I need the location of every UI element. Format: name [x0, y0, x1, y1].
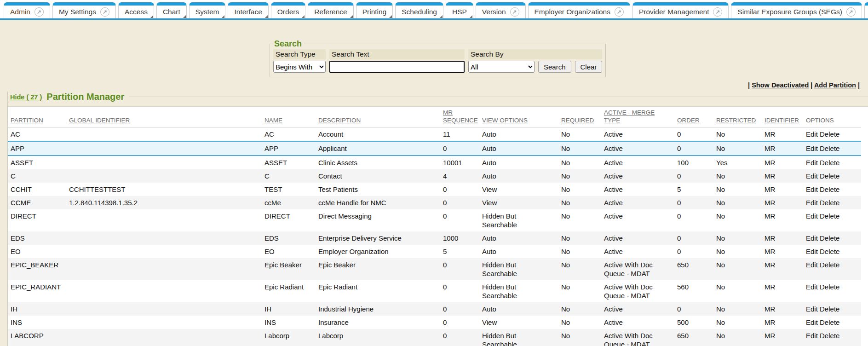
edit-link[interactable]: Edit: [806, 261, 818, 269]
sort-link-required[interactable]: REQUIRED: [561, 117, 594, 124]
column-header-description[interactable]: DESCRIPTION: [318, 107, 443, 127]
delete-link[interactable]: Delete: [820, 305, 839, 313]
edit-link[interactable]: Edit: [806, 159, 818, 167]
column-header-identifier[interactable]: IDENTIFIER: [765, 107, 806, 127]
tab-admin[interactable]: Admin ↗: [4, 2, 50, 18]
table-row-ins[interactable]: INSINSInsurance0ViewNoActive500NoMREdit …: [8, 316, 861, 329]
sort-link-order[interactable]: ORDER: [677, 117, 700, 124]
edit-link[interactable]: Edit: [806, 332, 818, 340]
sort-link-restricted[interactable]: RESTRICTED: [716, 117, 756, 124]
external-link-icon[interactable]: ↗: [713, 7, 722, 17]
table-row-asset[interactable]: ASSETASSETClinic Assets10001AutoNoActive…: [8, 156, 861, 169]
tab-orders[interactable]: Orders: [271, 2, 305, 18]
table-row-app[interactable]: APPAPPApplicant0AutoNoActive0NoMREdit De…: [8, 141, 861, 156]
column-header-required[interactable]: REQUIRED: [561, 107, 604, 127]
column-header-restricted[interactable]: RESTRICTED: [716, 107, 765, 127]
delete-link[interactable]: Delete: [820, 234, 839, 242]
external-link-icon[interactable]: ↗: [510, 7, 519, 17]
edit-link[interactable]: Edit: [806, 283, 818, 291]
search-button[interactable]: Search: [538, 61, 571, 73]
search-text-input[interactable]: [329, 61, 465, 73]
edit-link[interactable]: Edit: [806, 199, 818, 207]
delete-link[interactable]: Delete: [820, 212, 839, 220]
tab-label: System: [195, 8, 219, 16]
hide-toggle-link[interactable]: Hide ( 27 ): [10, 93, 42, 101]
delete-link[interactable]: Delete: [820, 332, 839, 340]
delete-link[interactable]: Delete: [820, 318, 839, 326]
table-row-labcorp[interactable]: LABCORPLabcorpLabcorp0Hidden But Searcha…: [8, 329, 861, 346]
sort-link-global-identifier[interactable]: GLOBAL IDENTIFIER: [69, 117, 130, 124]
edit-link[interactable]: Edit: [806, 212, 818, 220]
external-link-icon[interactable]: ↗: [34, 7, 44, 17]
sort-link-name[interactable]: NAME: [264, 117, 282, 124]
sort-link-view-options[interactable]: VIEW OPTIONS: [482, 117, 528, 124]
table-row-c[interactable]: CCContact4AutoNoActive0NoMREdit Delete: [8, 169, 861, 183]
cell-options: Edit Delete: [806, 141, 861, 156]
table-row-direct[interactable]: DIRECTDIRECTDirect Messaging0Hidden But …: [8, 209, 861, 231]
delete-link[interactable]: Delete: [820, 130, 839, 138]
show-deactivated-link[interactable]: Show Deactivated: [752, 81, 809, 89]
search-by-select[interactable]: All: [468, 61, 535, 73]
tab-similar-exposure-groups-segs[interactable]: Similar Exposure Groups (SEGs) ↗: [731, 2, 862, 18]
table-row-epic_radiant[interactable]: EPIC_RADIANTEpic RadiantEpic Radiant0Hid…: [8, 280, 861, 302]
edit-link[interactable]: Edit: [806, 185, 818, 193]
table-row-cchit[interactable]: CCHITCCHITTESTTESTTESTTest Patients0View…: [8, 183, 861, 196]
sort-link-mr-sequence[interactable]: MRSEQUENCE: [443, 109, 478, 124]
table-row-ccme[interactable]: CCME1.2.840.114398.1.35.2ccMeccMe Handle…: [8, 196, 861, 209]
column-header-view-options[interactable]: VIEW OPTIONS: [482, 107, 561, 127]
column-header-active-merge-type[interactable]: ACTIVE - MERGETYPE: [604, 107, 677, 127]
tab-employer-organizations[interactable]: Employer Organizations ↗: [528, 2, 630, 18]
search-type-select[interactable]: Begins With: [273, 61, 326, 73]
edit-link[interactable]: Edit: [806, 248, 818, 255]
column-header-name[interactable]: NAME: [264, 107, 318, 127]
delete-link[interactable]: Delete: [820, 159, 839, 167]
tab-work-locations[interactable]: Work Locations ↗: [864, 2, 868, 18]
table-row-eds[interactable]: EDSEDSEnterprise Delivery Service1000Aut…: [8, 231, 861, 245]
edit-link[interactable]: Edit: [806, 130, 818, 138]
table-row-epic_beaker[interactable]: EPIC_BEAKEREpic BeakerEpic Beaker0Hidden…: [8, 258, 861, 280]
column-header-order[interactable]: ORDER: [677, 107, 716, 127]
tab-chart[interactable]: Chart: [156, 2, 187, 18]
external-link-icon[interactable]: ↗: [615, 7, 624, 17]
delete-link[interactable]: Delete: [820, 261, 839, 269]
tab-reference[interactable]: Reference: [308, 2, 354, 18]
external-link-icon[interactable]: ↗: [100, 7, 109, 17]
cell-active-merge-type: Active: [604, 169, 677, 183]
delete-link[interactable]: Delete: [820, 172, 839, 180]
tab-hsp[interactable]: HSP: [446, 2, 473, 18]
tab-my-settings[interactable]: My Settings ↗: [52, 2, 116, 18]
cell-required: No: [561, 231, 604, 245]
edit-link[interactable]: Edit: [806, 305, 818, 313]
table-row-ac[interactable]: ACACAccount11AutoNoActive0NoMREdit Delet…: [8, 127, 861, 142]
edit-link[interactable]: Edit: [806, 234, 818, 242]
delete-link[interactable]: Delete: [820, 144, 839, 152]
tab-scheduling[interactable]: Scheduling: [395, 2, 443, 18]
table-row-ih[interactable]: IHIHIndustrial Hygiene0AutoNoActive0NoMR…: [8, 302, 861, 316]
column-header-global-identifier[interactable]: GLOBAL IDENTIFIER: [69, 107, 264, 127]
column-header-partition[interactable]: PARTITION: [8, 107, 69, 127]
tab-access[interactable]: Access: [118, 2, 154, 18]
cell-name: EO: [264, 245, 318, 258]
tab-interface[interactable]: Interface: [228, 2, 268, 18]
sort-link-active-merge-type[interactable]: ACTIVE - MERGETYPE: [604, 109, 655, 124]
sort-link-partition[interactable]: PARTITION: [11, 117, 43, 124]
table-row-eo[interactable]: EOEOEmployer Organization5AutoNoActive0N…: [8, 245, 861, 258]
add-partition-link[interactable]: Add Partition: [814, 81, 856, 89]
delete-link[interactable]: Delete: [820, 248, 839, 255]
delete-link[interactable]: Delete: [820, 199, 839, 207]
tab-version[interactable]: Version ↗: [476, 2, 526, 18]
edit-link[interactable]: Edit: [806, 318, 818, 326]
cell-view-options: Hidden But Searchable: [482, 258, 561, 280]
tab-provider-management[interactable]: Provider Management ↗: [632, 2, 729, 18]
delete-link[interactable]: Delete: [820, 283, 839, 291]
sort-link-identifier[interactable]: IDENTIFIER: [765, 117, 799, 124]
delete-link[interactable]: Delete: [820, 185, 839, 193]
edit-link[interactable]: Edit: [806, 172, 818, 180]
sort-link-description[interactable]: DESCRIPTION: [318, 117, 361, 124]
edit-link[interactable]: Edit: [806, 144, 818, 152]
clear-button[interactable]: Clear: [575, 61, 603, 73]
tab-system[interactable]: System: [189, 2, 226, 18]
tab-printing[interactable]: Printing: [356, 2, 393, 18]
external-link-icon[interactable]: ↗: [846, 7, 856, 17]
column-header-mr-sequence[interactable]: MRSEQUENCE: [443, 107, 482, 127]
